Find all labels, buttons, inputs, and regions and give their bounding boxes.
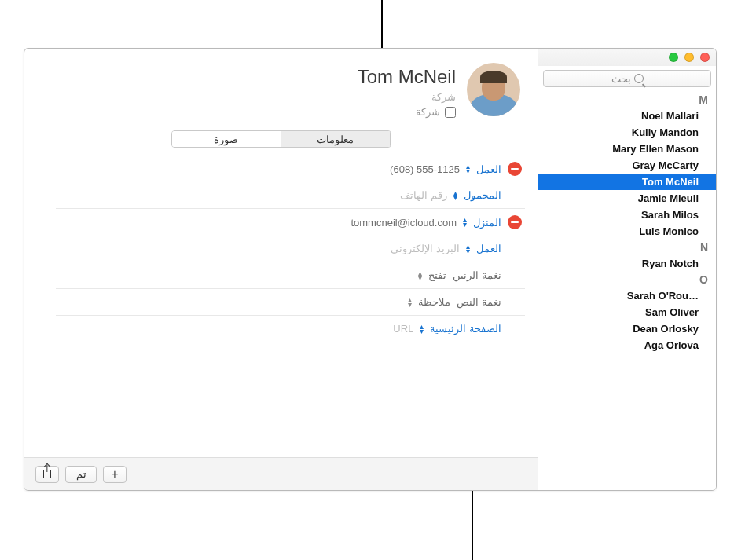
contact-row[interactable]: Tom McNeil (538, 174, 716, 190)
phone-mobile-label[interactable]: المحمول (464, 189, 501, 201)
ringtone-row: ▴▾ تفتح نغمة الرنين (56, 262, 525, 289)
footer-toolbar: تم + (24, 457, 538, 490)
phone-work-value[interactable]: (608) 555-1125 (390, 163, 460, 175)
email-home-value[interactable]: tommcneil@icloud.com (350, 217, 457, 229)
phone-mobile-placeholder[interactable]: رقم الهاتف (400, 189, 447, 201)
chevrons-icon: ▴▾ (463, 218, 467, 227)
texttone-label: نغمة النص (457, 296, 501, 308)
callout-line-bottom (472, 491, 473, 560)
chevrons-icon: ▴▾ (418, 271, 422, 280)
contact-row[interactable]: Sarah O'Rou… (538, 287, 716, 304)
contact-row[interactable]: Gray McCarty (538, 157, 716, 174)
contact-row[interactable]: Mary Ellen Mason (538, 141, 716, 157)
section-letter: N (538, 240, 716, 255)
phone-work-label[interactable]: العمل (476, 163, 501, 175)
contact-row[interactable]: Sam Oliver (538, 304, 716, 320)
contact-row[interactable]: Sarah Milos (538, 207, 716, 223)
section-letter: O (538, 272, 716, 287)
chevrons-icon: ▴▾ (466, 164, 470, 174)
callout-line-top (381, 0, 383, 48)
contact-row[interactable]: Dean Orlosky (538, 320, 716, 337)
ringtone-label: نغمة الرنين (453, 269, 501, 281)
contact-row[interactable]: Jamie Mieuli (538, 190, 716, 207)
chevrons-icon: ▴▾ (466, 244, 470, 254)
chevrons-icon: ▴▾ (408, 298, 412, 307)
section-letter: M (538, 92, 716, 108)
traffic-minimize-button[interactable] (684, 53, 694, 62)
url-row: URL ▴▾ الصفحة الرئيسية (56, 316, 525, 342)
done-button[interactable]: تم (65, 466, 97, 483)
chevrons-icon: ▴▾ (420, 324, 424, 334)
contacts-list[interactable]: MNoel MallariKully MandonMary Ellen Maso… (538, 92, 716, 490)
company-checkbox[interactable] (445, 107, 456, 118)
contact-row[interactable]: Kully Mandon (538, 124, 716, 141)
traffic-maximize-button[interactable] (669, 53, 678, 62)
email-work-row: البريد الإلكتروني ▴▾ العمل (56, 236, 525, 262)
share-button[interactable] (35, 466, 59, 483)
texttone-row: ▴▾ ملاحظة نغمة النص (56, 289, 525, 316)
traffic-close-button[interactable] (700, 53, 710, 62)
search-input[interactable]: بحث (543, 70, 711, 87)
contacts-window: Tom McNeil شركة شركة صورة معلومات (608) … (24, 48, 717, 491)
contact-row[interactable]: Aga Orlova (538, 337, 716, 353)
search-placeholder: بحث (611, 73, 631, 85)
chevrons-icon: ▴▾ (453, 191, 457, 200)
phone-work-row: (608) 555-1125 ▴▾ العمل (56, 156, 525, 182)
ringtone-value[interactable]: تفتح (428, 269, 446, 281)
contact-header: Tom McNeil شركة شركة (24, 49, 538, 123)
phone-mobile-row: رقم الهاتف ▴▾ المحمول (56, 182, 525, 209)
contact-name[interactable]: Tom McNeil (358, 66, 456, 88)
tab-photo[interactable]: صورة (172, 131, 281, 147)
tab-info[interactable]: معلومات (281, 131, 391, 147)
contact-row[interactable]: Luis Monico (538, 223, 716, 240)
contact-row[interactable]: Ryan Notch (538, 255, 716, 272)
email-home-label[interactable]: المنزل (473, 217, 501, 229)
email-work-label[interactable]: العمل (476, 243, 501, 254)
email-home-row: tommcneil@icloud.com ▴▾ المنزل (56, 209, 525, 236)
contact-detail-pane: Tom McNeil شركة شركة صورة معلومات (608) … (24, 49, 538, 490)
url-placeholder[interactable]: URL (393, 323, 413, 335)
texttone-value[interactable]: ملاحظة (418, 296, 450, 308)
url-label[interactable]: الصفحة الرئيسية (430, 323, 501, 335)
company-field[interactable]: شركة (358, 91, 456, 103)
search-icon (634, 74, 644, 83)
fields-list: (608) 555-1125 ▴▾ العمل رقم الهاتف ▴▾ ال… (24, 156, 538, 457)
share-icon (43, 470, 51, 478)
contact-row[interactable]: Noel Mallari (538, 108, 716, 124)
company-checkbox-label: شركة (416, 106, 440, 118)
titlebar (538, 49, 716, 66)
add-button[interactable]: + (103, 466, 127, 483)
remove-email-home-button[interactable] (508, 215, 522, 229)
sidebar: بحث MNoel MallariKully MandonMary Ellen … (538, 49, 716, 490)
email-work-placeholder[interactable]: البريد الإلكتروني (391, 243, 460, 254)
info-photo-tabs: صورة معلومات (171, 130, 391, 148)
avatar[interactable] (467, 63, 520, 116)
remove-phone-work-button[interactable] (508, 162, 522, 176)
